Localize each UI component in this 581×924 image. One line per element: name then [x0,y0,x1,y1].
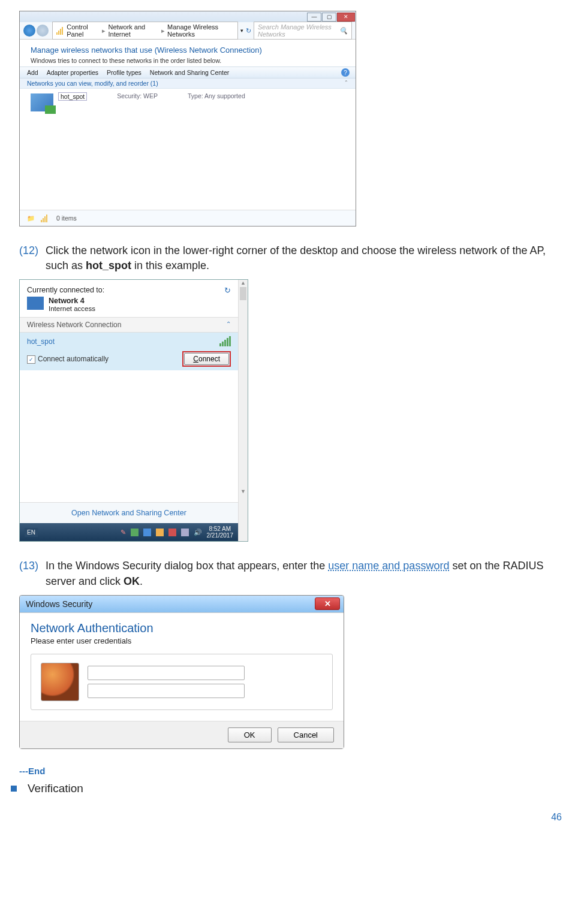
step-number: (13) [19,558,41,588]
toolbar-network-sharing[interactable]: Network and Sharing Center [150,69,230,76]
breadcrumb[interactable]: Control Panel▸ Network and Internet▸ Man… [52,22,238,40]
wifi-name: hot_spot [27,337,55,346]
step-text: In the Windows Security dialog box that … [46,558,562,588]
network-list: hot_spot Security: WEP Type: Any support… [20,89,356,210]
dialog-titlebar: Windows Security ✕ [20,596,344,612]
signal-icon [41,214,50,222]
open-network-center-link[interactable]: Open Network and Sharing Center [20,502,238,523]
search-icon: 🔍 [339,27,348,35]
end-marker: ---End [19,766,562,776]
verification-label: Verification [28,782,83,795]
control-panel-window: — ▢ ✕ Control Panel▸ Network and Interne… [19,11,356,227]
chevron-right-icon: ▸ [161,27,165,35]
verification-heading: Verification [11,782,562,795]
page-subtitle: Windows tries to connect to these networ… [31,57,345,64]
signal-icon [219,336,231,346]
forward-button[interactable] [37,25,49,37]
breadcrumb-item[interactable]: Control Panel [67,23,100,38]
step-number: (12) [19,243,41,273]
page-header: Manage wireless networks that use (Wirel… [20,40,356,67]
network-icon [31,93,53,111]
date: 2/21/2017 [207,532,234,539]
connect-highlight: Connect [182,351,231,367]
tray-header: Currently connected to: Network 4 Intern… [20,280,238,317]
step-13: (13) In the Windows Security dialog box … [19,558,562,588]
username-input[interactable] [88,666,245,680]
bullet-icon [11,786,17,792]
maximize-button[interactable]: ▢ [322,13,336,22]
taskbar: EN ✎ 🔊 8:52 AM 2/21/2017 [20,523,238,541]
status-text: 0 items [56,215,77,222]
group-label: Networks you can view, modify, and reord… [27,80,158,87]
refresh-icon[interactable]: ↻ [224,286,231,295]
page-number: 46 [19,812,562,823]
wifi-item[interactable]: hot_spot ✓Connect automatically Connect [20,333,238,370]
section-label: Wireless Network Connection [27,321,121,329]
time: 8:52 AM [207,526,234,532]
cancel-button[interactable]: Cancel [278,727,334,742]
page-title: Manage wireless networks that use (Wirel… [31,46,345,55]
username-password-link[interactable]: user name and password [328,560,449,572]
credentials-form [31,654,333,710]
toolbar-adapter-properties[interactable]: Adapter properties [47,69,98,76]
close-button[interactable]: ✕ [337,13,355,22]
network-security: Security: WEP [117,92,158,99]
step-text: Click the network icon in the lower-righ… [46,243,562,273]
dialog-subheading: Please enter user credentials [31,636,333,645]
network-tray-popup: Currently connected to: Network 4 Intern… [19,279,248,542]
password-input[interactable] [88,684,245,698]
language-indicator[interactable]: EN [25,528,38,537]
current-network-desc: Internet access [49,305,95,312]
network-tray-icon[interactable] [181,529,189,536]
back-button[interactable] [23,25,35,37]
network-name: hot_spot [58,92,87,101]
clock[interactable]: 8:52 AM 2/21/2017 [207,526,234,539]
network-item[interactable]: hot_spot [31,92,87,111]
close-button[interactable]: ✕ [315,597,340,610]
minimize-button[interactable]: — [307,13,321,22]
connect-button[interactable]: Connect [184,353,229,365]
chevron-up-icon: ⌃ [344,80,348,87]
scrollbar[interactable]: ▲ ▼ [238,280,248,541]
signal-icon [56,26,64,35]
network-type: Type: Any supported [188,92,245,99]
step-12: (12) Click the network icon in the lower… [19,243,562,273]
window-titlebar: — ▢ ✕ [20,11,356,22]
tray-icon[interactable] [131,529,139,536]
current-connection: Network 4 Internet access [27,297,104,312]
auto-connect-checkbox[interactable]: ✓Connect automatically [27,355,109,364]
chevron-right-icon: ▸ [102,27,106,35]
pen-icon[interactable]: ✎ [121,529,126,536]
dialog-heading: Network Authentication [31,621,333,635]
search-placeholder: Search Manage Wireless Networks [258,23,339,38]
current-network-name: Network 4 [49,297,95,305]
dialog-buttons: OK Cancel [20,721,344,748]
windows-security-dialog: Windows Security ✕ Network Authenticatio… [19,595,344,749]
network-icon [27,297,44,310]
group-header[interactable]: Networks you can view, modify, and reord… [20,78,356,89]
breadcrumb-item[interactable]: Manage Wireless Networks [167,23,234,38]
toolbar: Add Adapter properties Profile types Net… [20,67,356,78]
tray-icon[interactable] [143,529,151,536]
refresh-icon[interactable]: ↻ [246,27,251,35]
wireless-section-header[interactable]: Wireless Network Connection ⌃ [20,317,238,333]
status-bar: 📁 0 items [20,210,356,226]
avatar-icon [41,663,79,701]
toolbar-profile-types[interactable]: Profile types [107,69,142,76]
help-icon[interactable]: ? [341,68,350,77]
tray-icon[interactable] [168,529,176,536]
breadcrumb-item[interactable]: Network and Internet [108,23,159,38]
chevron-up-icon: ⌃ [226,321,231,329]
search-input[interactable]: Search Manage Wireless Networks 🔍 [254,22,352,40]
ok-button[interactable]: OK [228,727,272,742]
dialog-title: Windows Security [26,599,92,609]
toolbar-add[interactable]: Add [27,69,38,76]
folder-icon: 📁 [27,215,35,222]
dropdown-icon[interactable]: ▾ [240,28,243,34]
tray-icon[interactable] [156,529,164,536]
address-bar-row: Control Panel▸ Network and Internet▸ Man… [20,22,356,40]
tray-spacer [20,370,238,502]
tray-heading: Currently connected to: [27,286,104,294]
volume-icon[interactable]: 🔊 [194,529,202,536]
